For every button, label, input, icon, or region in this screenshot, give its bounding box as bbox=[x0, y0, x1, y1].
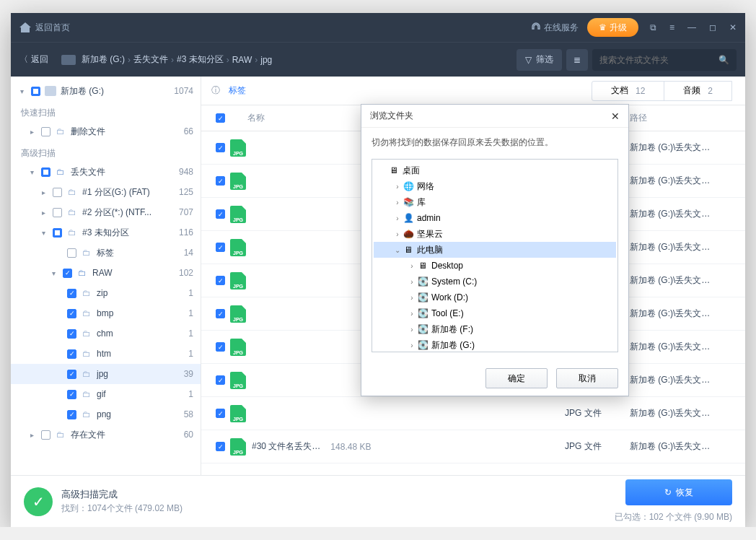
crumb[interactable]: #3 未知分区 bbox=[177, 53, 224, 66]
expander-icon[interactable]: ▾ bbox=[38, 229, 48, 237]
checkbox[interactable] bbox=[216, 309, 225, 318]
checkbox[interactable] bbox=[67, 349, 76, 359]
folder-item[interactable]: 🖥桌面 bbox=[374, 162, 616, 178]
expander-icon[interactable]: › bbox=[392, 230, 403, 238]
checkbox[interactable] bbox=[67, 248, 76, 258]
checkbox[interactable] bbox=[216, 375, 225, 385]
checkbox[interactable] bbox=[216, 176, 225, 186]
checkbox[interactable] bbox=[67, 329, 76, 339]
crumb[interactable]: RAW bbox=[232, 55, 252, 65]
expander-icon[interactable]: › bbox=[392, 199, 403, 206]
folder-item[interactable]: ›💽Tool (E:) bbox=[374, 305, 616, 321]
checkbox[interactable] bbox=[41, 167, 50, 177]
tag-label[interactable]: 标签 bbox=[229, 84, 246, 97]
tree-tags[interactable]: 🗀 标签 14 bbox=[11, 243, 201, 263]
cancel-button[interactable]: 取消 bbox=[556, 368, 618, 388]
folder-item[interactable]: ›🌐网络 bbox=[374, 178, 616, 194]
file-row[interactable]: JPG 文件新加卷 (G:)\丢失文… bbox=[201, 397, 745, 430]
close-button[interactable]: ✕ bbox=[729, 22, 737, 32]
tree-gif[interactable]: 🗀gif1 bbox=[11, 384, 201, 404]
expander-icon[interactable]: ▾ bbox=[17, 87, 27, 95]
expander-icon[interactable]: ▸ bbox=[27, 431, 37, 439]
search-field[interactable] bbox=[599, 55, 718, 65]
tree-bmp[interactable]: 🗀bmp1 bbox=[11, 303, 201, 323]
folder-item[interactable]: ›👤admin bbox=[374, 210, 616, 226]
checkbox[interactable] bbox=[216, 143, 225, 152]
checkbox[interactable] bbox=[216, 342, 225, 352]
close-icon[interactable]: ✕ bbox=[611, 110, 620, 122]
folder-item[interactable]: ›💽新加卷 (F:) bbox=[374, 321, 616, 337]
filter-button[interactable]: ▽ 筛选 bbox=[517, 49, 562, 71]
checkbox[interactable] bbox=[31, 87, 40, 96]
expander-icon[interactable]: › bbox=[407, 326, 417, 334]
checkbox[interactable] bbox=[53, 208, 62, 217]
menu-icon[interactable]: ⧉ bbox=[650, 22, 656, 32]
checkbox[interactable] bbox=[67, 289, 76, 298]
expander-icon[interactable]: ⌄ bbox=[392, 246, 403, 254]
checkbox-all[interactable] bbox=[216, 113, 225, 123]
file-row[interactable]: #30 文件名丢失…148.48 KBJPG 文件新加卷 (G:)\丢失文… bbox=[201, 430, 745, 463]
folder-item[interactable]: ›🌰坚果云 bbox=[374, 226, 616, 242]
expander-icon[interactable]: › bbox=[407, 278, 417, 286]
crumb[interactable]: jpg bbox=[260, 55, 272, 65]
folder-item[interactable]: ›💽Work (D:) bbox=[374, 289, 616, 305]
home-button[interactable]: 返回首页 bbox=[19, 22, 70, 34]
expander-icon[interactable]: ▾ bbox=[27, 168, 37, 176]
folder-tree[interactable]: 🖥桌面›🌐网络›📚库›👤admin›🌰坚果云⌄🖥此电脑›🖥Desktop›💽Sy… bbox=[372, 159, 618, 352]
tree-part2[interactable]: ▸ 🗀 #2 分区(*:) (NTF... 707 bbox=[11, 202, 201, 222]
tree-lost[interactable]: ▾ 🗀 丢失文件 948 bbox=[11, 162, 201, 182]
checkbox[interactable] bbox=[216, 243, 225, 252]
search-input[interactable]: 🔍 bbox=[592, 49, 737, 71]
expander-icon[interactable]: › bbox=[407, 294, 417, 302]
expander-icon[interactable]: › bbox=[407, 341, 417, 349]
expander-icon[interactable]: ▾ bbox=[48, 269, 58, 277]
recover-button[interactable]: ↻ 恢复 bbox=[625, 479, 732, 505]
expander-icon[interactable]: › bbox=[407, 262, 417, 270]
checkbox[interactable] bbox=[216, 409, 225, 418]
tree-exist[interactable]: ▸ 🗀 存在文件 60 bbox=[11, 424, 201, 445]
checkbox[interactable] bbox=[67, 370, 76, 379]
ok-button[interactable]: 确定 bbox=[485, 368, 548, 388]
expander-icon[interactable]: › bbox=[392, 214, 403, 222]
checkbox[interactable] bbox=[41, 127, 50, 136]
tree-part3[interactable]: ▾ 🗀 #3 未知分区 116 bbox=[11, 222, 201, 243]
col-path[interactable]: 路径 bbox=[630, 112, 745, 124]
view-toggle[interactable]: ≣ bbox=[566, 49, 588, 71]
folder-item[interactable]: ›📚库 bbox=[374, 194, 616, 210]
checkbox[interactable] bbox=[67, 390, 76, 399]
tree-raw[interactable]: ▾ 🗀 RAW 102 bbox=[11, 263, 201, 283]
tree-root[interactable]: ▾ 新加卷 (G:) 1074 bbox=[11, 81, 201, 101]
minimize-button[interactable]: — bbox=[687, 22, 696, 32]
maximize-button[interactable]: ◻ bbox=[709, 22, 716, 32]
tree-zip[interactable]: 🗀zip1 bbox=[11, 283, 201, 303]
upgrade-button[interactable]: ♛ 升级 bbox=[587, 18, 638, 37]
crumb[interactable]: 丢失文件 bbox=[133, 53, 168, 66]
folder-item[interactable]: ›🖥Desktop bbox=[374, 258, 616, 274]
tab-audio[interactable]: 音频2 bbox=[664, 82, 731, 100]
tree-part1[interactable]: ▸ 🗀 #1 分区(G:) (FAT) 125 bbox=[11, 182, 201, 202]
search-icon[interactable]: 🔍 bbox=[718, 55, 729, 65]
settings-icon[interactable]: ≡ bbox=[669, 22, 674, 32]
checkbox[interactable] bbox=[63, 269, 72, 278]
tree-chm[interactable]: 🗀chm1 bbox=[11, 323, 201, 344]
crumb[interactable]: 新加卷 (G:) bbox=[82, 53, 125, 66]
checkbox[interactable] bbox=[67, 309, 76, 318]
back-button[interactable]: 〈 返回 bbox=[19, 53, 48, 66]
folder-item[interactable]: ⌄🖥此电脑 bbox=[374, 242, 616, 258]
tree-htm[interactable]: 🗀htm1 bbox=[11, 344, 201, 364]
folder-item[interactable]: ›💽System (C:) bbox=[374, 274, 616, 289]
checkbox[interactable] bbox=[53, 228, 62, 238]
checkbox[interactable] bbox=[53, 188, 62, 197]
folder-item[interactable]: ›💽新加卷 (G:) bbox=[374, 337, 616, 352]
checkbox[interactable] bbox=[41, 430, 50, 440]
tab-doc[interactable]: 文档12 bbox=[592, 82, 664, 100]
expander-icon[interactable]: › bbox=[407, 310, 417, 318]
checkbox[interactable] bbox=[216, 442, 225, 451]
expander-icon[interactable]: ▸ bbox=[27, 128, 37, 136]
expander-icon[interactable]: › bbox=[392, 183, 403, 191]
tree-deleted[interactable]: ▸ 🗀 删除文件 66 bbox=[11, 121, 201, 141]
expander-icon[interactable]: ▸ bbox=[38, 188, 48, 196]
checkbox[interactable] bbox=[216, 209, 225, 219]
online-service[interactable]: 在线服务 bbox=[531, 22, 579, 34]
checkbox[interactable] bbox=[67, 410, 76, 419]
